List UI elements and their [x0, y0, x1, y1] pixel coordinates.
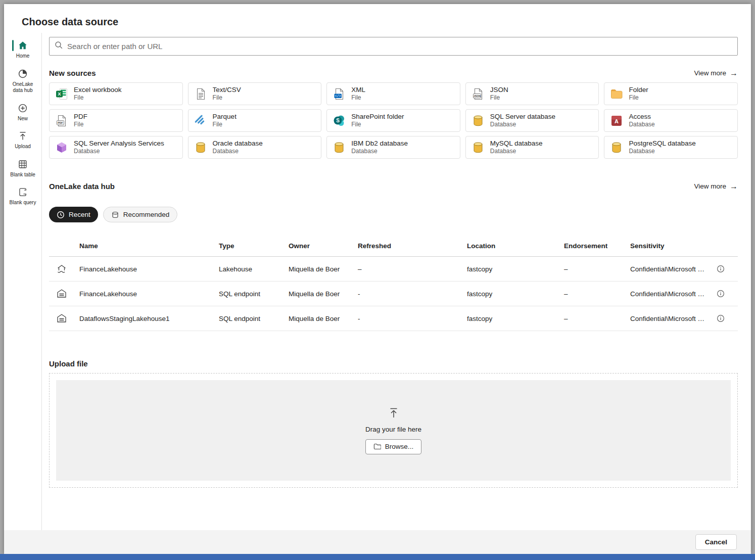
cancel-button[interactable]: Cancel	[695, 534, 737, 550]
column-header-owner: Owner	[289, 242, 358, 250]
column-header-refreshed: Refreshed	[358, 242, 467, 250]
source-tile-postgresql-database[interactable]: PostgreSQL database Database	[604, 136, 738, 159]
tile-type: File	[351, 94, 365, 102]
browse-button-label: Browse...	[385, 443, 413, 450]
onelake-view-more-link[interactable]: View more →	[694, 182, 738, 191]
json-icon: JSON	[471, 87, 485, 101]
sharepoint-icon: S	[333, 114, 346, 127]
tile-type: Database	[490, 121, 555, 128]
cell-owner: Miquella de Boer	[289, 315, 358, 322]
cell-endorsement: –	[564, 265, 630, 273]
sidebar-item-blank-table[interactable]: Blank table	[4, 155, 41, 183]
column-header-sensitivity: Sensitivity	[630, 242, 738, 250]
upload-icon	[18, 131, 28, 141]
new-sources-grid: X Excel workbook File	[49, 82, 738, 159]
table-header: Name Type Owner Refreshed Location Endor…	[49, 236, 738, 257]
database-icon	[471, 114, 485, 127]
tile-type: File	[213, 121, 237, 128]
query-scroll-icon	[18, 187, 28, 197]
source-tile-ibm-db2-database[interactable]: IBM Db2 database Database	[326, 136, 460, 159]
source-tile-sql-server-analysis-services[interactable]: SQL Server Analysis Services Database	[49, 136, 183, 159]
source-tile-folder[interactable]: Folder File	[604, 82, 738, 105]
tile-name: SharePoint folder	[351, 113, 404, 121]
recommended-icon	[111, 211, 119, 219]
tab-label: Recent	[69, 211, 90, 218]
choose-data-source-dialog: Choose data source Home OneLake data hub	[4, 4, 751, 554]
cell-endorsement: –	[564, 315, 630, 322]
tile-name: Oracle database	[213, 139, 263, 148]
cell-sensitivity: Confidential\Microsoft …	[630, 265, 704, 273]
sidebar-item-new[interactable]: New	[4, 99, 41, 127]
cell-type: SQL endpoint	[219, 290, 289, 298]
folder-outline-icon	[373, 443, 381, 450]
sidebar-item-home[interactable]: Home	[4, 36, 41, 64]
parquet-icon	[194, 114, 207, 127]
cell-type: SQL endpoint	[219, 315, 289, 322]
source-tile-sharepoint-folder[interactable]: S SharePoint folder File	[326, 109, 460, 132]
tile-name: SQL Server database	[490, 113, 555, 121]
access-icon: A	[610, 114, 623, 127]
tab-recommended[interactable]: Recommended	[103, 207, 178, 222]
analysis-services-cube-icon	[55, 141, 68, 154]
svg-text:</>: </>	[335, 95, 341, 98]
tile-name: XML	[351, 86, 365, 95]
browse-button[interactable]: Browse...	[365, 439, 421, 454]
tile-name: PostgreSQL database	[629, 139, 695, 148]
onelake-data-hub-title: OneLake data hub	[49, 182, 115, 191]
upload-arrow-icon	[388, 407, 400, 419]
tile-type: Database	[629, 121, 654, 128]
source-tile-mysql-database[interactable]: MySQL database Database	[465, 136, 599, 159]
source-tile-excel-workbook[interactable]: X Excel workbook File	[49, 82, 183, 105]
table-row[interactable]: FinanceLakehouse SQL endpoint Miquella d…	[49, 282, 738, 306]
tile-type: File	[351, 121, 404, 128]
cell-refreshed: -	[358, 315, 467, 322]
column-header-type: Type	[219, 242, 289, 250]
onelake-items-table: Name Type Owner Refreshed Location Endor…	[49, 236, 738, 331]
tab-label: Recommended	[123, 211, 170, 218]
source-tile-xml[interactable]: </> XML File	[326, 82, 460, 105]
tile-type: File	[213, 94, 241, 102]
info-icon[interactable]	[717, 314, 725, 322]
sidebar-item-onelake-data-hub[interactable]: OneLake data hub	[4, 64, 41, 99]
new-sources-title: New sources	[49, 69, 96, 77]
upload-dropzone[interactable]: Drag your file here Browse...	[49, 373, 738, 488]
cell-sensitivity: Confidential\Microsoft …	[630, 290, 704, 298]
cell-refreshed: -	[358, 290, 467, 298]
cell-owner: Miquella de Boer	[289, 265, 358, 273]
table-row[interactable]: DataflowsStagingLakehouse1 SQL endpoint …	[49, 306, 738, 331]
info-icon[interactable]	[717, 290, 725, 298]
database-icon	[471, 141, 485, 154]
source-tile-access[interactable]: A Access Database	[604, 109, 738, 132]
tile-type: Database	[629, 148, 695, 155]
tile-name: Text/CSV	[213, 86, 241, 95]
lakehouse-icon	[56, 263, 67, 274]
excel-icon: X	[55, 87, 68, 101]
sidebar-item-upload[interactable]: Upload	[4, 126, 41, 155]
sidebar-item-label: Blank table	[10, 172, 35, 178]
tile-type: Database	[351, 148, 408, 155]
source-tile-text-csv[interactable]: Text/CSV File	[188, 82, 322, 105]
source-tile-parquet[interactable]: Parquet File	[188, 109, 322, 132]
source-tile-sql-server-database[interactable]: SQL Server database Database	[465, 109, 599, 132]
source-tile-pdf[interactable]: PDF PDF File	[49, 109, 183, 132]
svg-text:PDF: PDF	[58, 121, 63, 124]
info-icon[interactable]	[717, 265, 725, 273]
cell-type: Lakehouse	[219, 265, 289, 273]
taskbar-strip	[0, 554, 755, 560]
tab-recent[interactable]: Recent	[49, 207, 98, 222]
tile-type: File	[490, 94, 508, 102]
table-row[interactable]: FinanceLakehouse Lakehouse Miquella de B…	[49, 257, 738, 282]
cell-location: fastcopy	[467, 290, 564, 298]
cell-name: FinanceLakehouse	[79, 265, 219, 273]
pdf-icon: PDF	[55, 114, 68, 127]
cell-name: FinanceLakehouse	[79, 290, 219, 298]
source-tile-json[interactable]: JSON JSON File	[465, 82, 599, 105]
new-sources-view-more-link[interactable]: View more →	[694, 69, 738, 77]
dialog-title: Choose data source	[22, 16, 737, 28]
source-tile-oracle-database[interactable]: Oracle database Database	[188, 136, 322, 159]
sql-endpoint-icon	[56, 288, 67, 299]
sidebar-item-blank-query[interactable]: Blank query	[4, 182, 41, 211]
view-more-label: View more	[694, 182, 726, 190]
svg-text:A: A	[615, 118, 619, 124]
search-input[interactable]	[67, 42, 732, 51]
